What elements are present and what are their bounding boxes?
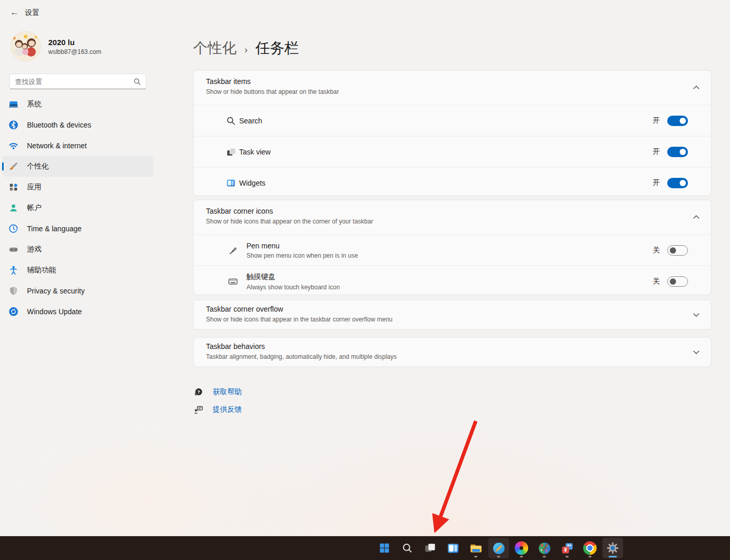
sidebar-item-privacy[interactable]: Privacy & security xyxy=(3,281,153,301)
sidebar-item-personalization[interactable]: 个性化 xyxy=(3,156,153,177)
search-icon xyxy=(226,116,236,126)
breadcrumb-parent[interactable]: 个性化 xyxy=(193,38,237,58)
currency-app-icon: ¥ xyxy=(560,541,574,555)
time-language-icon xyxy=(8,223,19,234)
sidebar-item-windows-update[interactable]: Windows Update xyxy=(3,301,153,322)
taskbar-corner-icons-header[interactable]: Taskbar corner icons Show or hide icons … xyxy=(194,200,711,234)
windows-update-icon xyxy=(8,306,19,317)
privacy-shield-icon xyxy=(8,286,19,296)
sidebar-item-bluetooth[interactable]: Bluetooth & devices xyxy=(3,115,153,135)
sidebar-item-system[interactable]: 系统 xyxy=(3,94,153,115)
settings-gear-icon xyxy=(605,541,620,555)
paint-palette-icon xyxy=(538,541,552,555)
card-title: Taskbar items xyxy=(206,77,698,86)
sidebar-item-gaming[interactable]: 游戏 xyxy=(3,239,153,260)
system-icon xyxy=(8,99,19,109)
network-icon xyxy=(8,141,19,151)
app-title: 设置 xyxy=(25,8,39,18)
back-arrow-icon: ← xyxy=(10,7,19,18)
titlebar: ← 设置 xyxy=(0,0,156,25)
sidebar-item-accessibility[interactable]: 辅助功能 xyxy=(3,260,153,281)
taskbar-task-view-button[interactable] xyxy=(420,538,440,558)
help-links: ? 获取帮助 提供反馈 xyxy=(193,384,242,419)
avatar xyxy=(10,31,41,62)
sidebar-item-accounts[interactable]: 帐户 xyxy=(3,198,153,218)
card-subtitle: Show or hide icons that appear on the co… xyxy=(206,218,698,225)
setting-row-task-view: Task view 开 xyxy=(194,136,711,167)
taskbar-paint-app-button[interactable] xyxy=(534,538,555,558)
search-input[interactable] xyxy=(10,74,134,89)
accounts-icon xyxy=(8,203,19,213)
svg-text:¥: ¥ xyxy=(564,547,567,553)
toggle-state-label: 开 xyxy=(653,178,660,188)
touch-keyboard-toggle[interactable] xyxy=(667,276,688,287)
breadcrumb: 个性化 › 任务栏 xyxy=(193,38,299,58)
search-icon[interactable] xyxy=(133,77,142,86)
taskbar-docs-app-button[interactable] xyxy=(488,538,509,558)
bluetooth-icon xyxy=(8,120,19,130)
setting-row-pen-menu: Pen menu Show pen menu icon when pen is … xyxy=(194,234,711,265)
widgets-toggle[interactable] xyxy=(667,178,688,188)
card-title: Taskbar behaviors xyxy=(206,342,698,351)
profile-name: 2020 lu xyxy=(48,38,101,47)
taskbar-corner-overflow-card[interactable]: Taskbar corner overflow Show or hide ico… xyxy=(193,300,711,330)
taskbar-chrome-button[interactable] xyxy=(580,538,600,558)
touch-keyboard-icon xyxy=(228,276,238,287)
taskbar-widgets-button[interactable] xyxy=(443,538,463,558)
card-subtitle: Taskbar alignment, badging, automaticall… xyxy=(206,353,698,360)
taskbar-pinwheel-browser-button[interactable] xyxy=(511,538,532,558)
get-help-link[interactable]: ? 获取帮助 xyxy=(193,384,242,400)
sidebar-item-apps[interactable]: 应用 xyxy=(3,177,153,198)
taskbar-corner-icons-card: Taskbar corner icons Show or hide icons … xyxy=(193,200,711,295)
back-button[interactable]: ← xyxy=(8,6,21,19)
sidebar-item-network[interactable]: Network & internet xyxy=(3,135,153,156)
toggle-state-label: 开 xyxy=(653,147,660,157)
sidebar-item-time-language[interactable]: Time & language xyxy=(3,218,153,239)
sidebar-nav: 系统 Bluetooth & devices Network & interne… xyxy=(0,94,156,322)
task-view-icon xyxy=(226,147,236,157)
card-subtitle: Show or hide buttons that appear on the … xyxy=(206,88,698,95)
chevron-up-icon[interactable] xyxy=(693,214,700,221)
setting-row-touch-keyboard: 触摸键盘 Always show touch keyboard icon 关 xyxy=(194,265,711,295)
taskbar-currency-app-button[interactable]: ¥ xyxy=(557,538,577,558)
feedback-icon xyxy=(193,404,204,415)
toggle-state-label: 关 xyxy=(653,277,660,286)
toggle-state-label: 开 xyxy=(653,116,660,125)
profile-email: wslbb87@163.com xyxy=(48,48,101,55)
toggle-state-label: 关 xyxy=(653,246,660,255)
task-view-taskbar-icon xyxy=(423,541,437,555)
widgets-icon xyxy=(226,178,236,188)
profile[interactable]: 2020 lu wslbb87@163.com xyxy=(10,31,101,62)
annotation-red-arrow xyxy=(418,415,485,543)
task-view-toggle[interactable] xyxy=(667,147,688,157)
widgets-taskbar-icon xyxy=(446,541,460,555)
accessibility-icon xyxy=(8,265,19,275)
pen-menu-toggle[interactable] xyxy=(667,245,688,256)
taskbar-settings-button[interactable] xyxy=(602,538,623,558)
taskbar-search-button[interactable] xyxy=(397,538,418,558)
chevron-down-icon[interactable] xyxy=(693,311,700,318)
chrome-icon xyxy=(583,541,597,555)
file-explorer-icon xyxy=(469,541,483,555)
card-subtitle: Show or hide icons that appear in the ta… xyxy=(206,316,698,323)
taskbar-behaviors-card[interactable]: Taskbar behaviors Taskbar alignment, bad… xyxy=(193,337,711,367)
give-feedback-link[interactable]: 提供反馈 xyxy=(193,402,242,417)
card-title: Taskbar corner icons xyxy=(206,207,698,215)
apps-icon xyxy=(8,182,19,192)
taskbar-file-explorer-button[interactable] xyxy=(465,538,486,558)
settings-search xyxy=(9,74,146,89)
svg-text:?: ? xyxy=(197,388,200,394)
setting-row-widgets: Widgets 开 xyxy=(194,167,711,196)
taskbar-search-icon xyxy=(401,541,414,555)
breadcrumb-separator-icon: › xyxy=(244,41,247,55)
chevron-down-icon[interactable] xyxy=(693,348,700,356)
pen-icon xyxy=(228,245,238,256)
windows-start-icon xyxy=(378,541,391,555)
chevron-up-icon[interactable] xyxy=(693,84,700,91)
taskbar-items-header[interactable]: Taskbar items Show or hide buttons that … xyxy=(194,71,711,105)
taskbar-start-button[interactable] xyxy=(374,538,395,558)
get-help-icon: ? xyxy=(193,387,204,398)
search-toggle[interactable] xyxy=(667,116,688,126)
personalization-icon xyxy=(8,161,19,172)
setting-row-search: Search 开 xyxy=(194,105,711,136)
